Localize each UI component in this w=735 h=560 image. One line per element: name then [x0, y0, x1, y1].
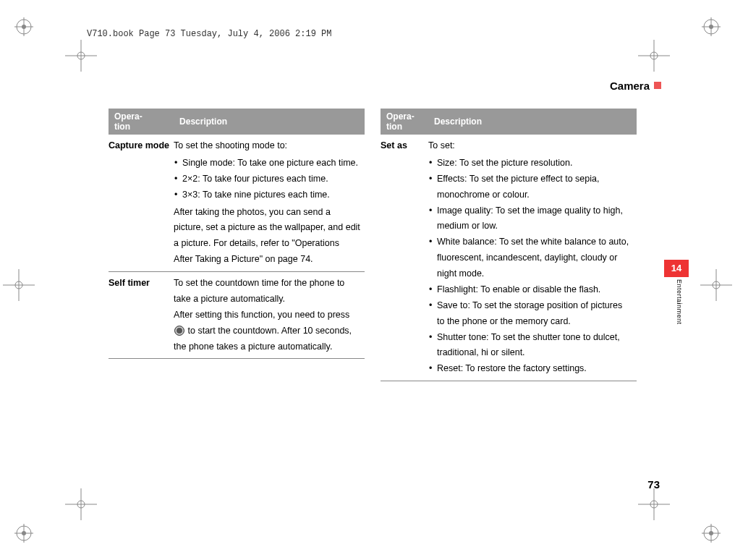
list-item: Reset: To restore the factory settings. — [428, 361, 632, 377]
right-column: Opera- tion Description Set as To set: S… — [381, 109, 637, 381]
operation-name: Set as — [381, 135, 428, 381]
registration-mark-icon — [3, 269, 35, 301]
operations-table-right: Opera- tion Description Set as To set: S… — [381, 109, 637, 381]
operation-description: To set the countdown time for the phone … — [174, 272, 365, 359]
list-item: Single mode: To take one picture each ti… — [174, 156, 360, 171]
section-marker-icon — [654, 82, 661, 89]
operation-name: Capture mode — [109, 135, 174, 272]
list-item: Flashlight: To enable or disable the fla… — [428, 282, 632, 298]
center-key-icon — [174, 326, 184, 336]
crop-mark-icon — [702, 17, 721, 36]
description-line: After setting this function, you need to… — [174, 307, 360, 355]
list-item: Effects: To set the picture effect to se… — [428, 171, 632, 203]
list-item: 2×2: To take four pictures each time. — [174, 171, 360, 187]
operations-table-left: Opera- tion Description Capture mode To … — [109, 109, 365, 359]
table-row: Set as To set: Size: To set the picture … — [381, 135, 637, 381]
description-after: After taking the photos, you can send a … — [174, 205, 360, 268]
description-text: After setting this function, you need to… — [174, 310, 349, 320]
chapter-label: Entertainment — [676, 279, 683, 325]
crop-mark-icon — [14, 17, 33, 36]
description-intro: To set the shooting mode to: — [174, 138, 360, 154]
list-item: Size: To set the picture resolution. — [428, 156, 632, 171]
description-text: to start the countdown. After 10 seconds… — [174, 326, 352, 352]
list-item: Shutter tone: To set the shutter tone to… — [428, 330, 632, 362]
table-row: Capture mode To set the shooting mode to… — [109, 135, 365, 272]
list-item: Save to: To set the storage position of … — [428, 298, 632, 330]
content-area: Opera- tion Description Capture mode To … — [109, 109, 637, 381]
svg-point-3 — [22, 25, 26, 29]
description-line: To set the countdown time for the phone … — [174, 276, 360, 307]
col-header-description: Description — [174, 109, 365, 135]
list-item: White balance: To set the white balance … — [428, 234, 632, 282]
svg-point-7 — [709, 25, 713, 29]
left-column: Opera- tion Description Capture mode To … — [109, 109, 365, 381]
registration-mark-icon — [638, 488, 670, 520]
svg-point-11 — [22, 531, 26, 535]
page-number: 73 — [647, 478, 660, 491]
registration-mark-icon — [700, 269, 732, 301]
list-item: 3×3: To take nine pictures each time. — [174, 187, 360, 203]
chapter-tab: 14 — [664, 260, 689, 277]
registration-mark-icon — [65, 488, 97, 520]
operation-description: To set the shooting mode to: Single mode… — [174, 135, 365, 272]
col-header-operation: Opera- tion — [109, 109, 174, 135]
section-title: Camera — [610, 80, 650, 92]
description-intro: To set: — [428, 138, 632, 154]
list-item: Image quality: To set the image quality … — [428, 203, 632, 235]
crop-mark-icon — [702, 524, 721, 543]
svg-point-15 — [709, 531, 713, 535]
table-row: Self timer To set the countdown time for… — [109, 272, 365, 359]
col-header-description: Description — [428, 109, 637, 135]
registration-mark-icon — [65, 40, 97, 72]
crop-mark-icon — [14, 524, 33, 543]
operation-description: To set: Size: To set the picture resolut… — [428, 135, 637, 381]
operation-name: Self timer — [109, 272, 174, 359]
registration-mark-icon — [638, 40, 670, 72]
page-header-meta: V710.book Page 73 Tuesday, July 4, 2006 … — [87, 29, 331, 39]
col-header-operation: Opera- tion — [381, 109, 428, 135]
